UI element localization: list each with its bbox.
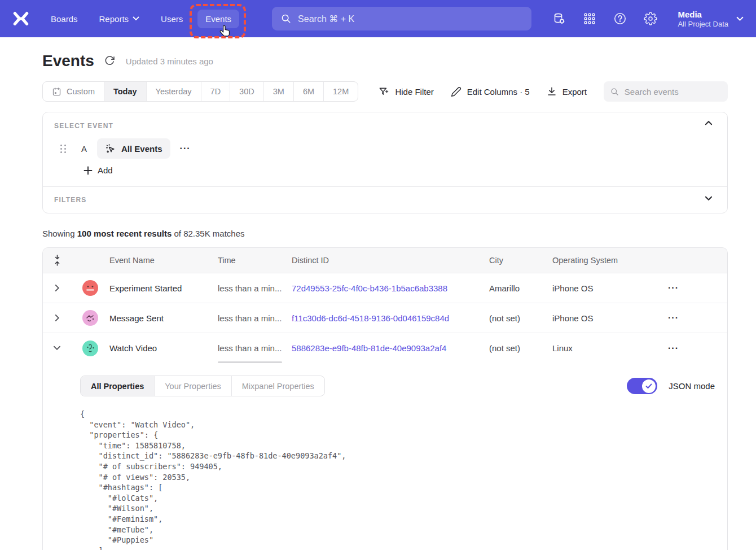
hide-filter-button[interactable]: Hide Filter xyxy=(379,86,433,97)
city-cell: Amarillo xyxy=(489,283,552,293)
column-header-time[interactable]: Time xyxy=(218,256,292,265)
date-range-custom[interactable]: Custom xyxy=(43,82,104,101)
search-icon xyxy=(281,14,291,24)
filters-label: FILTERS xyxy=(54,196,716,204)
edit-columns-label: Edit Columns · 5 xyxy=(467,87,530,97)
all-events-selector[interactable]: All Events xyxy=(97,138,170,159)
global-search-placeholder: Search ⌘ + K xyxy=(298,14,354,24)
event-query-row: A All Events ··· xyxy=(54,138,716,159)
event-name-cell: Message Sent xyxy=(109,313,218,323)
os-cell: iPhone OS xyxy=(552,313,654,323)
select-event-label: SELECT EVENT xyxy=(54,122,716,130)
collapse-row-button[interactable] xyxy=(43,346,71,351)
expand-row-button[interactable] xyxy=(43,284,71,292)
json-mode-label: JSON mode xyxy=(669,381,715,391)
chevron-up-icon xyxy=(705,120,713,125)
column-header-os[interactable]: Operating System xyxy=(552,256,654,265)
results-count: 100 most recent results xyxy=(77,229,172,238)
plus-icon xyxy=(83,166,93,175)
search-events-input[interactable] xyxy=(625,87,721,97)
date-range-30d[interactable]: 30D xyxy=(230,82,264,101)
city-cell: (not set) xyxy=(489,343,552,353)
date-range-selector: Custom Today Yesterday 7D 30D 3M 6M 12M xyxy=(42,81,358,102)
drag-handle-icon[interactable] xyxy=(60,145,67,153)
export-button[interactable]: Export xyxy=(547,86,587,97)
page-title: Events xyxy=(42,52,94,70)
distinct-id-link[interactable]: 72d49553-25fc-4f0c-b436-1b5ac6ab3388 xyxy=(292,283,489,293)
chevron-down-icon xyxy=(133,16,139,21)
distinct-id-link[interactable]: f11c30d6-dc6d-4518-9136-0d046159c84d xyxy=(292,313,489,323)
results-summary: Showing 100 most recent results of 82.35… xyxy=(42,229,728,238)
export-label: Export xyxy=(562,87,587,97)
pencil-icon xyxy=(451,86,461,97)
collapse-section-button[interactable] xyxy=(705,120,716,132)
row-actions-button[interactable]: ··· xyxy=(668,313,679,322)
date-range-12m[interactable]: 12M xyxy=(324,82,358,101)
event-name-cell: Experiment Started xyxy=(109,283,218,293)
nav-item-reports[interactable]: Reports xyxy=(99,14,140,24)
date-range-custom-label: Custom xyxy=(67,87,95,96)
apps-grid-icon[interactable] xyxy=(583,12,596,25)
nav-item-boards[interactable]: Boards xyxy=(51,14,78,24)
json-mode-toggle[interactable] xyxy=(627,378,657,394)
table-header-row: Event Name Time Distinct ID City Operati… xyxy=(43,248,727,273)
help-icon[interactable] xyxy=(613,12,627,25)
distinct-id-link[interactable]: 5886283e-e9fb-48fb-81de-40e9093a2af4 xyxy=(292,343,489,353)
hide-filter-label: Hide Filter xyxy=(395,87,433,97)
properties-tabs: All Properties Your Properties Mixpanel … xyxy=(80,376,325,396)
query-builder-card: SELECT EVENT A All Even xyxy=(42,112,728,213)
settings-gear-icon[interactable] xyxy=(644,12,657,25)
edit-columns-button[interactable]: Edit Columns · 5 xyxy=(451,86,530,97)
tab-mixpanel-properties[interactable]: Mixpanel Properties xyxy=(232,376,324,396)
select-event-section: SELECT EVENT A All Even xyxy=(43,112,727,186)
time-cell: less than a min... xyxy=(218,283,292,293)
data-management-icon[interactable] xyxy=(552,12,566,25)
row-actions-button[interactable]: ··· xyxy=(668,343,679,353)
chevron-down-icon xyxy=(736,16,744,21)
magic-cursor-icon xyxy=(105,143,116,154)
project-selector[interactable]: Media All Project Data xyxy=(678,9,744,29)
avatar xyxy=(82,280,98,296)
date-range-6m[interactable]: 6M xyxy=(294,82,324,101)
search-events-field[interactable] xyxy=(604,81,728,102)
column-header-city[interactable]: City xyxy=(489,256,552,265)
calendar-icon xyxy=(52,87,61,97)
chevron-right-icon xyxy=(55,284,60,292)
event-row-letter: A xyxy=(81,144,87,154)
collapse-all-rows-button[interactable] xyxy=(43,255,71,266)
time-cell: less than a min... xyxy=(218,343,292,353)
tab-all-properties[interactable]: All Properties xyxy=(81,376,155,396)
events-table: Event Name Time Distinct ID City Operati… xyxy=(42,247,728,550)
avatar xyxy=(82,341,98,356)
event-row-more-button[interactable]: ··· xyxy=(180,143,191,154)
date-range-yesterday[interactable]: Yesterday xyxy=(147,82,201,101)
chevron-right-icon xyxy=(55,314,60,322)
project-name: Media xyxy=(678,9,728,20)
filters-section: FILTERS xyxy=(43,187,727,213)
horizontal-scrollbar-thumb[interactable] xyxy=(218,361,282,363)
refresh-icon[interactable] xyxy=(104,55,116,67)
column-header-event-name[interactable]: Event Name xyxy=(109,256,218,265)
table-row[interactable]: Message Sent less than a min... f11c30d6… xyxy=(43,303,727,333)
table-row[interactable]: Watch Video less than a min... 5886283e-… xyxy=(43,333,727,363)
row-actions-button[interactable]: ··· xyxy=(668,283,679,293)
mixpanel-logo-icon[interactable] xyxy=(12,9,32,28)
avatar xyxy=(82,310,98,326)
json-mode-control: JSON mode xyxy=(627,378,715,394)
table-row[interactable]: Experiment Started less than a min... 72… xyxy=(43,273,727,303)
event-json-content: { "event": "Watch Video", "properties": … xyxy=(80,409,727,550)
nav-item-events-active[interactable]: Events xyxy=(197,10,239,28)
add-event-button[interactable]: Add xyxy=(83,165,113,175)
date-range-3m[interactable]: 3M xyxy=(264,82,294,101)
add-event-label: Add xyxy=(98,165,113,175)
nav-item-reports-label: Reports xyxy=(99,14,129,24)
column-header-distinct-id[interactable]: Distinct ID xyxy=(292,256,489,265)
event-name-cell: Watch Video xyxy=(109,343,218,353)
nav-item-users[interactable]: Users xyxy=(161,14,183,24)
expand-row-button[interactable] xyxy=(43,314,71,322)
tab-your-properties[interactable]: Your Properties xyxy=(155,376,231,396)
global-search-input[interactable]: Search ⌘ + K xyxy=(272,7,531,30)
date-range-7d[interactable]: 7D xyxy=(201,82,231,101)
date-range-today[interactable]: Today xyxy=(104,82,147,101)
expand-filters-button[interactable] xyxy=(705,196,716,207)
